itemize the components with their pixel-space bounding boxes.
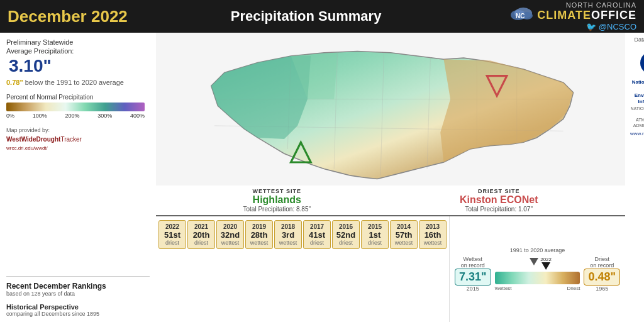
rank-type: driest <box>335 240 357 246</box>
wettest-record-value: 7.31" <box>455 269 491 286</box>
right-panel: Data provided by: NOAA National Centers … <box>625 33 644 322</box>
rank-year: 2017 <box>306 223 328 230</box>
ncei-org: National Centers forEnvironmental Inform… <box>630 79 644 106</box>
rank-type: wettest <box>248 240 270 246</box>
rank-cell: 2018 3rd wettest <box>274 220 302 249</box>
rank-value: 32nd <box>219 230 242 240</box>
rank-type: driest <box>161 240 184 246</box>
rank-value: 52nd <box>335 230 357 240</box>
rank-cell: 2013 16th wettest <box>419 220 447 249</box>
rank-type: driest <box>306 240 328 246</box>
logo-line2: CLIMATEOFFICE <box>537 9 636 22</box>
svg-text:NC: NC <box>516 13 525 19</box>
rank-type: wettest <box>277 240 299 246</box>
historical-section: 1991 to 2020 average Wetteston record 7.… <box>449 216 625 322</box>
nc-climate-logo-icon: NC <box>509 3 533 21</box>
center-panel: WETTEST SITE Highlands Total Precipitati… <box>156 33 625 322</box>
hist-avg-label: 1991 to 2020 average <box>510 247 565 253</box>
page-subtitle: Precipitation Summary <box>103 8 510 25</box>
rank-cell: 2020 32nd wettest <box>216 220 244 249</box>
legend-labels: 0% 100% 200% 300% 400% <box>6 113 145 119</box>
rank-type: wettest <box>219 240 242 246</box>
site-labels: WETTEST SITE Highlands Total Precipitati… <box>156 186 625 215</box>
map-provider-link[interactable]: WestWideDroughtTracker <box>6 136 82 143</box>
rank-year: 2015 <box>364 223 386 230</box>
rank-value: 51st <box>161 230 184 240</box>
twitter-text: @NCSCO <box>599 22 636 31</box>
rank-year: 2021 <box>190 223 213 230</box>
rank-value: 16th <box>421 230 444 240</box>
wettest-record-label: Wetteston record <box>455 256 491 269</box>
rank-cell: 2014 57th wettest <box>390 220 418 249</box>
bottom-section: 2022 51st driest 2021 20th driest 2020 3… <box>156 215 625 322</box>
rank-value: 28th <box>248 230 270 240</box>
avg-precip-value: 3.10" <box>9 56 52 76</box>
rank-type: wettest <box>421 240 444 246</box>
rank-cell: 2019 28th wettest <box>245 220 273 249</box>
noaa-logo: NOAA <box>640 52 644 74</box>
driest-record-value: 0.48" <box>584 269 620 286</box>
rank-value: 41st <box>306 230 328 240</box>
wettest-site: WETTEST SITE Highlands Total Precipitati… <box>243 188 311 213</box>
driest-type-label: DRIEST SITE <box>460 188 538 194</box>
rankings-grid: 2022 51st driest 2021 20th driest 2020 3… <box>156 216 449 322</box>
rank-year: 2018 <box>277 223 299 230</box>
historical-subtitle: comparing all Decembers since 1895 <box>6 311 150 317</box>
legend-title: Percent of Normal Precipitation <box>6 94 150 101</box>
rankings-title: Recent December Rankings <box>6 282 150 291</box>
driest-site: DRIEST SITE Kinston ECONet Total Precipi… <box>460 188 538 213</box>
ncei-sub: NATIONAL OCEANIC ANDATMOSPHERIC ADMINIST… <box>630 106 644 128</box>
rank-value: 20th <box>190 230 213 240</box>
driest-record-year: 1965 <box>584 286 620 292</box>
driest-record-label: Drieston record <box>584 256 620 269</box>
rank-type: driest <box>364 240 386 246</box>
rank-cell: 2016 52nd driest <box>332 220 360 249</box>
driest-name: Kinston ECONet <box>460 194 538 206</box>
left-panel: Preliminary Statewide Average Precipitat… <box>0 33 156 322</box>
rank-value: 1st <box>364 230 386 240</box>
map-provider: Map provided by: WestWideDroughtTracker … <box>6 126 150 152</box>
rank-year: 2022 <box>161 223 184 230</box>
rank-type: wettest <box>392 240 415 246</box>
twitter-handle: 🐦 @NCSCO <box>586 22 636 31</box>
legend-color-bar <box>6 103 145 111</box>
header: December 2022 Precipitation Summary NC N… <box>0 0 644 33</box>
wettest-precip: Total Precipitation: 8.85" <box>243 206 311 213</box>
wettest-record-year: 2015 <box>455 286 491 292</box>
rank-type: driest <box>190 240 213 246</box>
below-value: 0.78" <box>6 79 23 86</box>
map-area <box>156 33 625 186</box>
rank-cell: 2017 41st driest <box>303 220 331 249</box>
wettest-type-label: WETTEST SITE <box>243 188 311 194</box>
logo-area: NC NORTH CAROLINA CLIMATEOFFICE 🐦 @NCSCO <box>509 1 636 31</box>
rank-year: 2013 <box>421 223 444 230</box>
rankings-subtitle: based on 128 years of data <box>6 291 150 297</box>
main-content: Preliminary Statewide Average Precipitat… <box>0 33 644 322</box>
ncei-url: www.ncei.noaa.gov <box>630 131 644 136</box>
rank-year: 2014 <box>392 223 415 230</box>
historical-title: Historical Perspective <box>6 303 150 311</box>
wettest-name: Highlands <box>243 194 311 206</box>
driest-precip: Total Precipitation: 1.07" <box>460 206 538 213</box>
rank-year: 2020 <box>219 223 242 230</box>
rank-year: 2019 <box>248 223 270 230</box>
rank-value: 3rd <box>277 230 299 240</box>
nc-map-svg <box>156 33 625 186</box>
rank-cell: 2021 20th driest <box>187 220 215 249</box>
logo-line1: NORTH CAROLINA <box>537 1 636 9</box>
below-avg-text: 0.78" below the 1991 to 2020 average <box>6 79 150 86</box>
current-year-label: 2022 <box>540 257 552 262</box>
data-provider-label: Data provided by: <box>630 36 644 49</box>
rank-cell: 2022 51st driest <box>158 220 186 249</box>
rank-year: 2016 <box>335 223 357 230</box>
rank-cell: 2015 1st driest <box>361 220 389 249</box>
rank-value: 57th <box>392 230 415 240</box>
avg-precip-label: Preliminary Statewide Average Precipitat… <box>6 38 150 56</box>
